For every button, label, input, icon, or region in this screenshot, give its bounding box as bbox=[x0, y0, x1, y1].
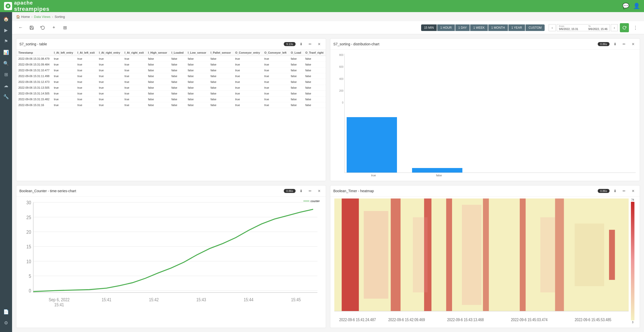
breadcrumb-data-views[interactable]: Data Views bbox=[34, 15, 51, 19]
table-cell: true bbox=[75, 102, 97, 108]
time-btn-15min[interactable]: 15 MIN bbox=[421, 24, 437, 31]
heatmap-download-button[interactable]: ⬇ bbox=[612, 187, 619, 194]
table-cell: false bbox=[146, 68, 170, 73]
table-cell: false bbox=[303, 62, 326, 68]
distribution-widget-actions: 0.86s ⬇ ✏ ✕ bbox=[598, 41, 637, 48]
table-cell: false bbox=[186, 79, 209, 85]
from-value: 9/6/2022, 15:31 bbox=[559, 27, 578, 30]
sidebar-item-chart[interactable]: 📊 bbox=[1, 47, 11, 57]
breadcrumb-home[interactable]: Home bbox=[21, 15, 30, 19]
timeseries-edit-button[interactable]: ✏ bbox=[307, 187, 314, 194]
table-cell: false bbox=[209, 56, 233, 62]
time-btn-1hour[interactable]: 1 HOUR bbox=[437, 24, 455, 31]
table-cell: true bbox=[233, 96, 262, 102]
date-range-display[interactable]: From 9/6/2022, 15:31 To 9/6/2022, 15:46 bbox=[557, 24, 610, 31]
add-button[interactable]: + bbox=[49, 23, 58, 32]
home-icon: 🏠 bbox=[16, 15, 20, 19]
chat-icon[interactable]: 💬 bbox=[622, 3, 629, 9]
time-btn-1week[interactable]: 1 WEEK bbox=[470, 24, 488, 31]
sidebar-item-apps[interactable]: ⊞ bbox=[1, 70, 11, 80]
undo-button[interactable] bbox=[38, 23, 47, 32]
grid-button[interactable]: ⊞ bbox=[60, 23, 69, 32]
table-cell: true bbox=[52, 96, 75, 102]
prev-date-button[interactable]: ‹ bbox=[549, 24, 556, 31]
svg-text:20: 20 bbox=[26, 229, 31, 235]
svg-text:5: 5 bbox=[29, 273, 31, 279]
col-i-at-left-entry: I_At_left_entry bbox=[52, 50, 75, 56]
breadcrumb-sep1: › bbox=[31, 15, 32, 19]
sidebar-item-settings[interactable]: ⚙ bbox=[1, 318, 11, 328]
svg-rect-34 bbox=[413, 217, 428, 292]
table-cell: false bbox=[303, 85, 326, 91]
heatmap-edit-button[interactable]: ✏ bbox=[621, 187, 628, 194]
table-cell: false bbox=[289, 62, 303, 68]
table-download-button[interactable]: ⬇ bbox=[298, 41, 305, 48]
table-cell: true bbox=[52, 79, 75, 85]
col-i-at-right-exit: I_At_right_exit bbox=[123, 50, 146, 56]
time-btn-1month[interactable]: 1 MONTH bbox=[488, 24, 508, 31]
table-edit-button[interactable]: ✏ bbox=[307, 41, 314, 48]
table-cell: true bbox=[52, 73, 75, 79]
table-cell: true bbox=[123, 56, 146, 62]
table-cell: false bbox=[303, 68, 326, 73]
table-head: Timestamp I_At_left_entry I_At_left_exit… bbox=[16, 50, 326, 56]
table-cell: false bbox=[289, 85, 303, 91]
distribution-download-button[interactable]: ⬇ bbox=[612, 41, 619, 48]
back-button[interactable]: ← bbox=[16, 23, 25, 32]
heatmap-scale: 74 3 bbox=[630, 198, 636, 324]
table-cell: true bbox=[262, 96, 289, 102]
legend-line bbox=[303, 201, 309, 201]
table-cell: false bbox=[209, 79, 233, 85]
table-cell: false bbox=[186, 85, 209, 91]
svg-text:15:45: 15:45 bbox=[291, 297, 301, 302]
timeseries-download-button[interactable]: ⬇ bbox=[298, 187, 305, 194]
sidebar-item-play[interactable]: ▶ bbox=[1, 25, 11, 35]
save-button[interactable] bbox=[27, 23, 36, 32]
heatmap-widget-badge: 0.86s bbox=[598, 189, 610, 193]
sidebar-item-home[interactable]: 🏠 bbox=[1, 14, 11, 24]
more-options-button[interactable]: ⋮ bbox=[631, 23, 640, 32]
col-i-low-sensor: I_Low_sensor bbox=[186, 50, 209, 56]
svg-text:2022-09-6 15:42:09.469: 2022-09-6 15:42:09.469 bbox=[388, 317, 425, 322]
sidebar-item-search[interactable]: 🔍 bbox=[1, 58, 11, 69]
svg-text:30: 30 bbox=[26, 200, 31, 205]
distribution-close-button[interactable]: ✕ bbox=[630, 41, 637, 48]
table-row: 2022-09-06 15:31:11.498truetruetruetruef… bbox=[16, 73, 326, 79]
timeseries-close-button[interactable]: ✕ bbox=[316, 187, 323, 194]
sidebar-item-cloud[interactable]: ☁ bbox=[1, 81, 11, 91]
topbar: apachestreampipes 💬 👤 bbox=[0, 0, 644, 12]
time-btn-1year[interactable]: 1 YEAR bbox=[508, 24, 525, 31]
table-cell: 2022-09-06 15:31:09.484 bbox=[16, 62, 52, 68]
heatmap-close-button[interactable]: ✕ bbox=[630, 187, 637, 194]
time-btn-custom[interactable]: CUSTOM bbox=[526, 24, 545, 31]
scale-min: 3 bbox=[632, 321, 633, 324]
to-label: To bbox=[588, 25, 608, 27]
table-cell: false bbox=[146, 91, 170, 96]
table-cell: true bbox=[75, 68, 97, 73]
refresh-button[interactable] bbox=[620, 23, 629, 32]
table-cell: true bbox=[97, 96, 123, 102]
table-cell: false bbox=[289, 56, 303, 62]
table-cell: false bbox=[146, 56, 170, 62]
account-icon[interactable]: 👤 bbox=[633, 3, 640, 9]
table-cell: true bbox=[97, 102, 123, 108]
table-cell: false bbox=[169, 68, 186, 73]
toolbar: ← + ⊞ 15 MIN 1 HOUR 1 DAY 1 WEEK 1 MONTH… bbox=[12, 21, 644, 34]
table-cell: true bbox=[123, 102, 146, 108]
heatmap-chart-area: 2022-09-6 15:41:24.487 2022-09-6 15:42:0… bbox=[330, 196, 640, 328]
sidebar-item-tools[interactable]: 🔧 bbox=[1, 92, 11, 102]
table-cell: false bbox=[303, 96, 326, 102]
table-cell: true bbox=[262, 73, 289, 79]
next-date-button[interactable]: › bbox=[611, 24, 618, 31]
sidebar-item-file[interactable]: 📄 bbox=[1, 307, 11, 317]
distribution-edit-button[interactable]: ✏ bbox=[621, 41, 628, 48]
table-close-button[interactable]: ✕ bbox=[316, 41, 323, 48]
col-i-high-sensor: I_High_sensor bbox=[146, 50, 170, 56]
sidebar-item-flag[interactable]: ⚑ bbox=[1, 36, 11, 46]
table-row: 2022-09-06 15:31:15.482truetruetruetruef… bbox=[16, 96, 326, 102]
svg-text:2022-09-6 15:45:03.474: 2022-09-6 15:45:03.474 bbox=[511, 317, 548, 322]
table-cell: true bbox=[97, 85, 123, 91]
table-header-row: Timestamp I_At_left_entry I_At_left_exit… bbox=[16, 50, 326, 56]
time-btn-1day[interactable]: 1 DAY bbox=[455, 24, 470, 31]
table-cell: false bbox=[146, 85, 170, 91]
